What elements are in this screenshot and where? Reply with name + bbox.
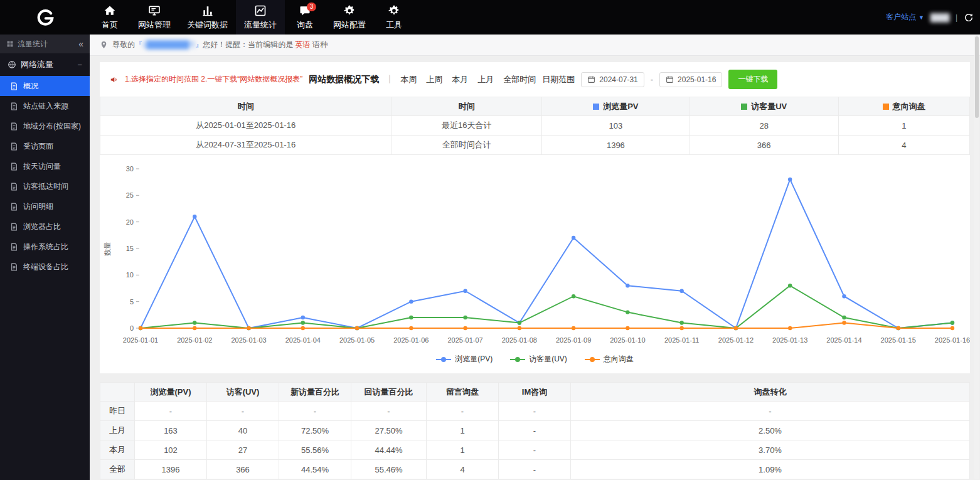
sidebar-item-entry[interactable]: 浏览器占比 xyxy=(0,216,90,237)
detail-cell: 40 xyxy=(207,421,279,440)
date-from-input[interactable]: 2024-07-31 xyxy=(581,72,644,87)
summary-col-header: 意向询盘 xyxy=(838,97,969,116)
sidebar-item-entry[interactable]: 访客抵达时间 xyxy=(0,176,90,196)
nav-item-home[interactable]: 首页 xyxy=(90,0,130,35)
detail-cell: - xyxy=(499,402,571,421)
legend-item[interactable]: 访客量(UV) xyxy=(510,354,567,365)
doc-icon xyxy=(10,243,18,251)
topnav-items: 首页网站管理关键词数据流量统计3询盘网站配置工具 xyxy=(90,0,414,35)
bracket-open: 『 xyxy=(135,40,142,49)
notice-prefix: 尊敬的 xyxy=(112,40,135,49)
detail-cell: 55.56% xyxy=(279,440,351,460)
chart-legend: 浏览量(PV)访客量(UV)意向询盘 xyxy=(100,350,970,373)
date-from-value: 2024-07-31 xyxy=(599,75,637,84)
detail-cell: 27.50% xyxy=(351,421,427,440)
svg-text:5: 5 xyxy=(130,298,134,306)
detail-row: 昨日------- xyxy=(100,402,970,421)
svg-text:20: 20 xyxy=(126,218,134,226)
detail-header-row: 浏览量(PV)访客(UV)新访量百分比回访量百分比留言询盘IM咨询询盘转化 xyxy=(100,383,970,402)
nav-item-label: 流量统计 xyxy=(244,19,277,31)
detail-cell: 72.50% xyxy=(279,421,351,440)
sidebar-group-network-traffic[interactable]: 网络流量 − xyxy=(0,53,90,76)
sidebar-item-label: 站点链入来源 xyxy=(23,101,68,112)
quick-range-link[interactable]: 本周 xyxy=(400,74,417,85)
notice-suffix: 语种 xyxy=(312,40,328,49)
traffic-chart: 051015202530数量2025-01-012025-01-022025-0… xyxy=(100,160,970,350)
legend-label: 意向询盘 xyxy=(604,354,634,365)
detail-row: 全部139636644.54%55.46%4-1.09% xyxy=(100,460,970,479)
logo[interactable] xyxy=(0,5,90,30)
summary-row: 从2025-01-01至2025-01-16最近16天合计103281 xyxy=(100,116,970,136)
sidebar-item-entry[interactable]: 受访页面 xyxy=(0,136,90,156)
doc-icon xyxy=(10,223,18,231)
collapse-group-button[interactable]: − xyxy=(77,60,82,70)
detail-col-header xyxy=(100,383,135,402)
series-color-square xyxy=(741,104,747,110)
doc-icon xyxy=(10,122,18,131)
doc-icon xyxy=(10,203,18,211)
nav-item-label: 关键词数据 xyxy=(187,19,228,31)
nav-item-tools[interactable]: 工具 xyxy=(374,0,414,35)
detail-cell: 1.09% xyxy=(571,460,970,479)
legend-marker xyxy=(510,356,525,363)
svg-text:2025-01-03: 2025-01-03 xyxy=(231,336,266,344)
toolbar-divider: 丨 xyxy=(385,74,394,85)
summary-cell: 28 xyxy=(690,116,838,136)
date-to-input[interactable]: 2025-01-16 xyxy=(659,72,722,87)
nav-item-traffic-stats[interactable]: 流量统计 xyxy=(236,0,285,35)
quick-range-link[interactable]: 全部时间 xyxy=(503,74,536,85)
svg-text:2025-01-05: 2025-01-05 xyxy=(339,336,375,344)
tools-icon xyxy=(388,4,400,17)
summary-cell: 最近16天合计 xyxy=(391,116,542,136)
detail-cell: 4 xyxy=(427,460,499,479)
sidebar-title: 流量统计 xyxy=(18,39,48,50)
divider: | xyxy=(956,13,957,22)
sidebar-item-entry[interactable]: 地域分布(按国家) xyxy=(0,116,90,136)
notice-text: 尊敬的『L█████████司』您好！提醒：当前编辑的是 英语 语种 xyxy=(112,40,328,50)
detail-col-header: 浏览量(PV) xyxy=(135,383,207,402)
summary-header-row: 时间时间浏览量PV访客量UV意向询盘 xyxy=(100,97,970,116)
overview-card: 1.选择指定的时间范围 2.一键下载“网站数据概况报表” 网站数据概况下载 丨 … xyxy=(100,62,970,373)
vertical-scrollbar[interactable] xyxy=(974,35,979,479)
summary-col-header: 访客量UV xyxy=(690,97,838,116)
sidebar-item-entry[interactable]: 站点链入来源 xyxy=(0,96,90,116)
nav-item-website-manage[interactable]: 网站管理 xyxy=(130,0,179,35)
client-site-label: 客户站点 xyxy=(886,12,916,23)
summary-row: 从2024-07-31至2025-01-16全部时间合计13963664 xyxy=(100,136,970,155)
traffic-stats-icon xyxy=(254,4,267,17)
detail-cell: 2.50% xyxy=(571,421,970,440)
legend-label: 访客量(UV) xyxy=(529,354,567,365)
sidebar-item-entry[interactable]: 操作系统占比 xyxy=(0,237,90,257)
quick-range-link[interactable]: 本月 xyxy=(452,74,468,85)
nav-item-keyword-data[interactable]: 关键词数据 xyxy=(179,0,236,35)
network-icon xyxy=(8,60,16,69)
scrollbar-thumb[interactable] xyxy=(975,36,979,118)
nav-item-inquiry[interactable]: 3询盘 xyxy=(285,0,325,35)
refresh-icon[interactable] xyxy=(964,13,974,23)
svg-text:2025-01-04: 2025-01-04 xyxy=(285,336,321,344)
download-button[interactable]: 一键下载 xyxy=(728,70,777,89)
legend-item[interactable]: 意向询盘 xyxy=(585,354,634,365)
summary-cell: 366 xyxy=(690,136,838,155)
quick-range-link[interactable]: 上月 xyxy=(477,74,494,85)
sidebar-item-entry[interactable]: 访问明细 xyxy=(0,196,90,216)
detail-row-label: 上月 xyxy=(100,421,135,440)
nav-item-site-config[interactable]: 网站配置 xyxy=(325,0,374,35)
legend-item[interactable]: 浏览量(PV) xyxy=(436,354,493,365)
download-title: 网站数据概况下载 xyxy=(309,74,379,85)
client-site-dropdown[interactable]: 客户站点 ▼ xyxy=(886,12,924,23)
detail-col-header: 留言询盘 xyxy=(427,383,499,402)
sidebar-item-entry[interactable]: 终端设备占比 xyxy=(0,257,90,277)
summary-cell: 1396 xyxy=(542,136,690,155)
calendar-icon xyxy=(666,75,674,83)
detail-cell: 3.70% xyxy=(571,440,970,460)
website-manage-icon xyxy=(148,4,161,17)
series-color-square xyxy=(593,104,599,110)
bracket-close: 』 xyxy=(195,40,203,49)
sidebar-item-overview-active[interactable]: 概况 xyxy=(0,76,90,96)
sidebar-item-entry[interactable]: 按天访问量 xyxy=(0,156,90,176)
quick-range-link[interactable]: 上周 xyxy=(426,74,442,85)
detail-col-header: 询盘转化 xyxy=(571,383,970,402)
doc-icon xyxy=(10,82,18,90)
collapse-sidebar-button[interactable]: « xyxy=(78,39,83,49)
